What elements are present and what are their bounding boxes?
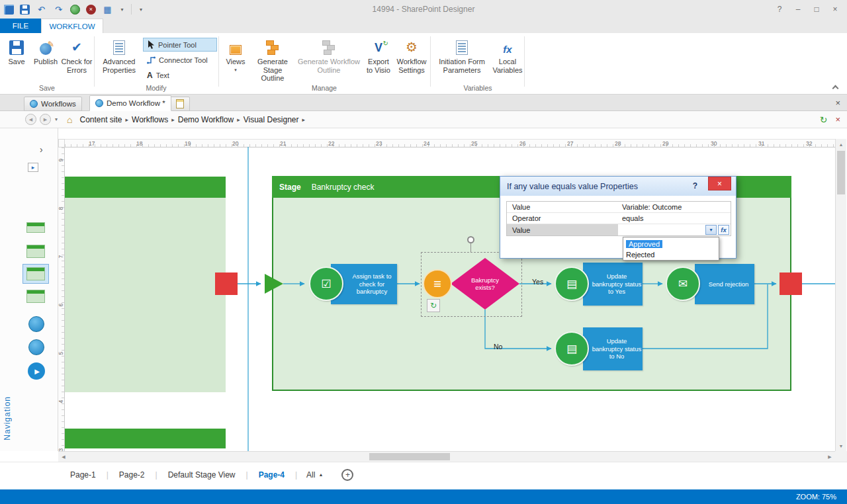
breadcrumb-separator-icon: ▸ [236, 116, 242, 123]
publish-button[interactable]: ✎ Publish [32, 36, 60, 66]
back-button[interactable]: ◀ [25, 114, 36, 125]
redo-icon[interactable]: ↷ [53, 4, 64, 15]
update-status-no-shape[interactable]: Update bankruptcy status to No [583, 327, 643, 370]
nav-thumbnail-play[interactable]: ▶ [28, 362, 45, 380]
document-tab-bar: Workflows Demo Workflow * × [0, 95, 847, 111]
workflow-settings-button[interactable]: ⚙ Workflow Settings [394, 36, 429, 74]
value-dropdown-button[interactable]: ▾ [705, 225, 717, 235]
dialog-close-button[interactable]: × [708, 177, 731, 190]
scroll-right-arrow[interactable]: ▶ [825, 452, 835, 462]
dialog-titlebar[interactable]: If any value equals value Properties [500, 177, 736, 196]
help-button[interactable]: ? [770, 0, 789, 19]
no-branch-label[interactable]: No [494, 343, 502, 351]
expand-pane-icon[interactable]: › [40, 144, 43, 155]
undo-icon[interactable]: ↶ [36, 4, 47, 15]
nav-thumbnail-shape-2[interactable] [28, 339, 44, 355]
nav-thumbnail-stage-4[interactable] [26, 290, 45, 303]
pointer-tool-button[interactable]: Pointer Tool [143, 38, 217, 52]
close-page-icon[interactable]: × [835, 114, 840, 124]
export-to-visio-button[interactable]: V↻ Export to Visio [364, 36, 393, 74]
assign-task-circle[interactable]: ☑ [309, 267, 343, 301]
page-tab-4[interactable]: Page-4 [257, 470, 286, 480]
variables-group-label: Variables [431, 84, 524, 92]
local-variables-button[interactable]: fx Local Variables [492, 36, 523, 74]
close-document-icon[interactable]: × [835, 98, 840, 108]
tab-file[interactable]: FILE [0, 19, 41, 33]
vertical-scrollbar[interactable]: ▲ ▼ [835, 139, 846, 451]
scroll-down-arrow[interactable]: ▼ [836, 441, 846, 451]
vertical-scroll-thumb[interactable] [837, 151, 845, 194]
exit-stage-shape[interactable] [780, 273, 802, 295]
text-tool-button[interactable]: A Text [143, 68, 217, 82]
property-row-operator[interactable]: Operator equals [507, 213, 731, 224]
doc-tab-workflows[interactable]: Workflows [24, 97, 82, 111]
forward-button[interactable]: ▶ [40, 114, 51, 125]
minimize-button[interactable]: – [789, 0, 807, 19]
doc-tab-new[interactable] [170, 97, 190, 111]
value-fx-button[interactable]: fx [718, 225, 729, 235]
page-tab-separator: | [156, 470, 157, 480]
condition-start-shape[interactable]: ≡ [423, 269, 452, 298]
breadcrumb-workflows[interactable]: Workflows [130, 115, 170, 124]
dropdown-option-approved[interactable]: Approved [625, 239, 717, 249]
maximize-button[interactable]: □ [807, 0, 826, 19]
dropdown-option-rejected[interactable]: Rejected [625, 249, 717, 260]
add-page-button[interactable]: + [341, 469, 353, 481]
dialog-help-button[interactable]: ? [693, 181, 697, 190]
enter-stage-shape[interactable] [215, 273, 238, 295]
preview-in-browser-icon[interactable] [70, 5, 80, 15]
scroll-left-arrow[interactable]: ◀ [58, 452, 69, 462]
refresh-icon[interactable]: ↻ [820, 114, 828, 125]
update-status-yes-circle[interactable]: ▤ [555, 267, 589, 301]
group-separator [94, 36, 95, 87]
home-icon[interactable]: ⌂ [67, 114, 72, 125]
tab-workflow[interactable]: WORKFLOW [41, 19, 103, 33]
save-icon[interactable] [20, 5, 30, 15]
nav-thumbnail-shape-1[interactable] [28, 316, 44, 332]
nav-thumbnail-selected[interactable] [22, 264, 49, 284]
stop-icon[interactable]: × [86, 5, 96, 15]
pane-layout-menu-arrow[interactable]: ▾ [119, 4, 125, 15]
connector-tool-button[interactable]: Connector Tool [143, 53, 217, 67]
yes-branch-label[interactable]: Yes [532, 278, 543, 286]
customize-qat-arrow[interactable]: ▾ [138, 4, 144, 15]
doc-tab-demo-workflow[interactable]: Demo Workflow * [89, 95, 171, 111]
send-rejection-circle[interactable]: ✉ [666, 267, 700, 301]
breadcrumb-visual-designer[interactable]: Visual Designer [242, 115, 301, 124]
views-button[interactable]: Views ▾ [222, 36, 249, 73]
start-shape[interactable] [265, 274, 283, 294]
collapse-ribbon-button[interactable] [832, 85, 839, 92]
publish-icon: ✎ [40, 43, 52, 55]
nav-thumbnail-stage-2[interactable] [26, 245, 45, 258]
property-row-value2[interactable]: Value ▾ fx [507, 224, 731, 235]
globe-icon [30, 100, 38, 108]
page-tab-1[interactable]: Page-1 [69, 470, 97, 480]
history-dropdown-arrow[interactable]: ▾ [55, 116, 58, 122]
page-tab-all[interactable]: All ▲ [306, 470, 323, 480]
breadcrumb-separator-icon: ▸ [301, 116, 307, 123]
breadcrumb-content-site[interactable]: Content site [77, 115, 124, 124]
save-button[interactable]: Save [3, 36, 30, 66]
horizontal-scroll-thumb[interactable] [369, 453, 450, 460]
close-button[interactable]: × [826, 0, 844, 19]
page-tab-default-stage-view[interactable]: Default Stage View [167, 470, 237, 480]
zoom-level[interactable]: ZOOM: 75% [796, 493, 836, 501]
property-row-value1[interactable]: Value Variable: Outcome [507, 202, 731, 213]
pane-popout-icon[interactable]: ▸ [28, 163, 38, 172]
advanced-properties-button[interactable]: Advanced Properties [98, 36, 140, 74]
update-status-yes-shape[interactable]: Update bankruptcy status to Yes [583, 263, 643, 306]
app-icon[interactable] [4, 5, 14, 15]
globe-icon [95, 99, 103, 107]
check-for-errors-button[interactable]: ✔ Check for Errors [61, 36, 93, 74]
pane-layout-icon[interactable]: ▦ [102, 4, 113, 15]
page-tab-2[interactable]: Page-2 [118, 470, 146, 480]
send-rejection-shape[interactable]: Send rejection [695, 264, 754, 304]
scroll-up-arrow[interactable]: ▲ [836, 139, 846, 149]
nav-thumbnail-stage-1[interactable] [26, 222, 45, 233]
horizontal-scrollbar[interactable]: ◀ ▶ [58, 451, 835, 462]
breadcrumb-demo-workflow[interactable]: Demo Workflow [176, 115, 236, 124]
update-status-no-circle[interactable]: ▤ [555, 331, 589, 366]
initiation-form-parameters-button[interactable]: Initiation Form Parameters [434, 36, 490, 74]
generate-stage-outline-button[interactable]: Generate Stage Outline [251, 36, 294, 83]
rotation-handle[interactable] [467, 236, 474, 243]
